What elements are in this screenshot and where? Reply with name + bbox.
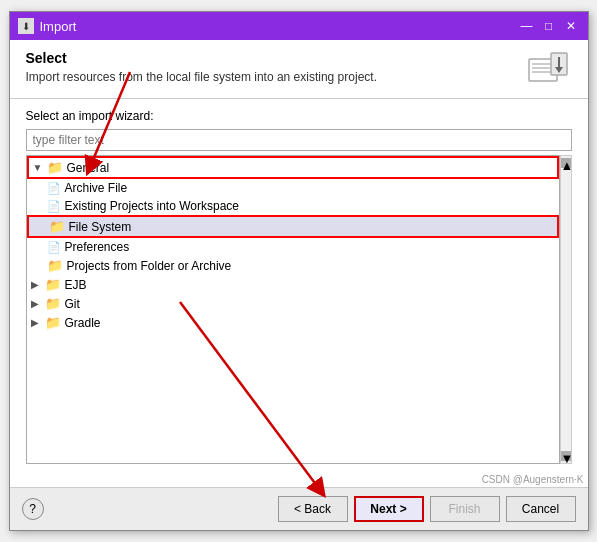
- tree-container[interactable]: ▼ 📁 General 📄 Archive File 📄 Existing Pr…: [26, 155, 560, 464]
- minimize-button[interactable]: —: [518, 17, 536, 35]
- expand-arrow-gradle: ▶: [31, 317, 41, 328]
- next-button[interactable]: Next >: [354, 496, 424, 522]
- footer-buttons: < Back Next > Finish Cancel: [278, 496, 576, 522]
- expand-arrow-general: ▼: [33, 162, 43, 173]
- window-title: Import: [40, 19, 77, 34]
- folder-icon-gradle: 📁: [45, 315, 61, 330]
- import-dialog: ⬇ Import — □ ✕ Select Import resources f…: [9, 11, 589, 531]
- close-button[interactable]: ✕: [562, 17, 580, 35]
- footer: ? < Back Next > Finish Cancel: [10, 487, 588, 530]
- filter-input[interactable]: [26, 129, 572, 151]
- window-icon: ⬇: [18, 18, 34, 34]
- help-button[interactable]: ?: [22, 498, 44, 520]
- folder-icon-git: 📁: [45, 296, 61, 311]
- maximize-button[interactable]: □: [540, 17, 558, 35]
- tree-label-general: General: [67, 161, 110, 175]
- tree-item-gradle[interactable]: ▶ 📁 Gradle: [27, 313, 559, 332]
- tree-item-file-system[interactable]: 📁 File System: [27, 215, 559, 238]
- expand-arrow-git: ▶: [31, 298, 41, 309]
- tree-item-archive-file[interactable]: 📄 Archive File: [27, 179, 559, 197]
- tree-label-existing: Existing Projects into Workspace: [65, 199, 240, 213]
- file-icon-pref: 📄: [47, 241, 61, 254]
- tree-label-ejb: EJB: [65, 278, 87, 292]
- cancel-button[interactable]: Cancel: [506, 496, 576, 522]
- expand-arrow-ejb: ▶: [31, 279, 41, 290]
- filter-label: Select an import wizard:: [26, 109, 572, 123]
- folder-icon-general: 📁: [47, 160, 63, 175]
- tree-label-filesystem: File System: [69, 220, 132, 234]
- import-icon-svg: [527, 51, 569, 89]
- content-section: Select an import wizard: ▼ 📁 General 📄 A…: [10, 99, 588, 474]
- back-button[interactable]: < Back: [278, 496, 348, 522]
- tree-item-ejb[interactable]: ▶ 📁 EJB: [27, 275, 559, 294]
- header-section: Select Import resources from the local f…: [10, 40, 588, 99]
- window-controls: — □ ✕: [518, 17, 580, 35]
- file-icon-archive: 📄: [47, 182, 61, 195]
- tree-label-projects: Projects from Folder or Archive: [67, 259, 232, 273]
- tree-item-general[interactable]: ▼ 📁 General: [27, 156, 559, 179]
- header-description: Import resources from the local file sys…: [26, 70, 377, 84]
- file-icon-existing: 📄: [47, 200, 61, 213]
- folder-icon-ejb: 📁: [45, 277, 61, 292]
- header-title: Select: [26, 50, 377, 66]
- header-text: Select Import resources from the local f…: [26, 50, 377, 84]
- scrollbar-up[interactable]: ▲: [561, 158, 571, 168]
- tree-item-projects-folder[interactable]: 📁 Projects from Folder or Archive: [27, 256, 559, 275]
- tree-item-preferences[interactable]: 📄 Preferences: [27, 238, 559, 256]
- tree-label-pref: Preferences: [65, 240, 130, 254]
- scrollbar-down[interactable]: ▼: [561, 451, 571, 461]
- tree-item-existing-projects[interactable]: 📄 Existing Projects into Workspace: [27, 197, 559, 215]
- tree-item-git[interactable]: ▶ 📁 Git: [27, 294, 559, 313]
- folder-icon-projects: 📁: [47, 258, 63, 273]
- finish-button[interactable]: Finish: [430, 496, 500, 522]
- tree-label-archive: Archive File: [65, 181, 128, 195]
- svg-rect-3: [532, 71, 552, 73]
- title-bar: ⬇ Import — □ ✕: [10, 12, 588, 40]
- svg-rect-2: [532, 67, 550, 69]
- import-icon: [524, 50, 572, 90]
- folder-icon-filesystem: 📁: [49, 219, 65, 234]
- tree-label-gradle: Gradle: [65, 316, 101, 330]
- watermark: CSDN @Augenstern·K: [10, 474, 588, 487]
- tree-label-git: Git: [65, 297, 80, 311]
